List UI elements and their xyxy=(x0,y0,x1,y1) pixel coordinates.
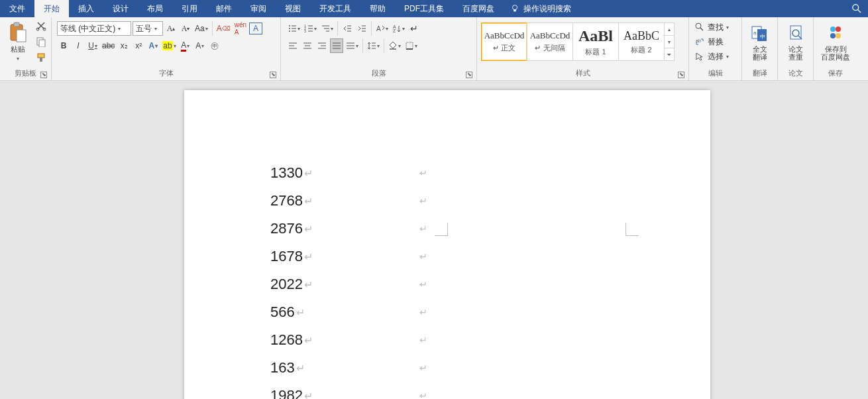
superscript-button[interactable]: x² xyxy=(132,38,145,53)
text-line[interactable]: 1268↵ xyxy=(270,326,313,354)
tab-layout[interactable]: 布局 xyxy=(138,0,172,17)
tell-me-search[interactable]: 操作说明搜索 xyxy=(504,0,578,17)
char-shading-button[interactable]: A xyxy=(193,38,207,53)
tab-insert[interactable]: 插入 xyxy=(69,0,103,17)
sort-button[interactable]: AZ xyxy=(391,21,406,36)
char-border-button[interactable]: A xyxy=(249,23,262,34)
italic-button[interactable]: I xyxy=(72,38,85,53)
tab-home[interactable]: 开始 xyxy=(34,0,69,17)
bullets-button[interactable] xyxy=(286,21,301,36)
replace-button[interactable]: ab 替换 xyxy=(693,34,725,49)
empty-line[interactable]: ↵ xyxy=(419,187,427,215)
align-center-button[interactable] xyxy=(301,38,314,53)
tab-mailings[interactable]: 邮件 xyxy=(207,0,241,17)
tab-file[interactable]: 文件 xyxy=(0,0,34,17)
tab-design[interactable]: 设计 xyxy=(103,0,138,17)
svg-text:3: 3 xyxy=(304,29,306,33)
show-marks-button[interactable]: ↵ xyxy=(407,21,421,36)
text-line[interactable]: 1330↵ xyxy=(270,159,313,187)
clear-format-button[interactable]: A⌫ xyxy=(215,21,232,36)
paper-icon xyxy=(785,23,806,44)
tab-review[interactable]: 审阅 xyxy=(241,0,276,17)
paragraph-launcher[interactable]: ⬊ xyxy=(466,72,472,78)
text-line[interactable]: 163↵ xyxy=(270,354,313,382)
subscript-button[interactable]: x₂ xyxy=(117,38,131,53)
text-line[interactable]: 1982↵ xyxy=(270,382,313,399)
font-color-button[interactable]: A xyxy=(179,38,192,53)
format-painter-button[interactable] xyxy=(34,50,48,65)
paste-button[interactable]: 粘贴 ▾ xyxy=(3,19,33,65)
style-heading1[interactable]: AaBl 标题 1 xyxy=(572,23,619,61)
text-line[interactable]: 2876↵ xyxy=(270,215,313,243)
group-paragraph: 123 A AZ ↵ xyxy=(281,17,477,80)
translate-button[interactable]: a中 全文翻译 xyxy=(745,19,775,65)
empty-line[interactable]: ↵ xyxy=(419,382,427,399)
tab-baidu[interactable]: 百度网盘 xyxy=(453,0,504,17)
style-no-spacing[interactable]: AaBbCcDd ↵ 无间隔 xyxy=(527,23,573,61)
save-baidu-button[interactable]: 保存到百度网盘 xyxy=(816,19,855,65)
paper-check-button[interactable]: 论文查重 xyxy=(781,19,810,65)
group-paper: 论文查重 论文 xyxy=(778,17,814,80)
document-area[interactable]: 1330↵2768↵2876↵1678↵2022↵566↵1268↵163↵19… xyxy=(0,81,868,399)
save-group-label: 保存 xyxy=(828,69,843,77)
empty-line[interactable]: ↵ xyxy=(419,298,427,326)
baidu-icon xyxy=(825,23,846,44)
empty-line[interactable]: ↵ xyxy=(419,326,427,354)
empty-line[interactable]: ↵ xyxy=(419,159,427,187)
text-line[interactable]: 2022↵ xyxy=(270,270,313,298)
copy-button[interactable] xyxy=(34,34,48,49)
styles-launcher[interactable]: ⬊ xyxy=(678,72,684,78)
grow-font-button[interactable]: A▴ xyxy=(164,21,178,36)
indent-increase-button[interactable] xyxy=(355,21,368,36)
font-launcher[interactable]: ⬊ xyxy=(270,72,276,78)
translate-icon: a中 xyxy=(749,23,771,44)
underline-button[interactable]: U xyxy=(86,38,99,53)
text-line[interactable]: 2768↵ xyxy=(270,187,313,215)
empty-line[interactable]: ↵ xyxy=(419,243,427,270)
style-scroll-up[interactable]: ▴ xyxy=(665,23,674,36)
shrink-font-button[interactable]: A▾ xyxy=(179,21,192,36)
align-left-button[interactable] xyxy=(286,38,299,53)
tab-view[interactable]: 视图 xyxy=(276,0,310,17)
enclose-char-button[interactable]: ㊥ xyxy=(208,38,221,53)
font-size-combo[interactable]: 五号▾ xyxy=(133,21,163,36)
numbering-button[interactable]: 123 xyxy=(303,21,318,36)
shading-button[interactable] xyxy=(387,38,402,53)
style-normal[interactable]: AaBbCcDd ↵ 正文 xyxy=(481,23,527,61)
search-icon[interactable] xyxy=(845,0,868,17)
tab-references[interactable]: 引用 xyxy=(172,0,207,17)
multilevel-button[interactable] xyxy=(319,21,335,36)
align-right-button[interactable] xyxy=(315,38,329,53)
text-effects-button[interactable]: A xyxy=(146,38,160,53)
empty-line[interactable]: ↵ xyxy=(419,270,427,298)
tab-help[interactable]: 帮助 xyxy=(360,0,395,17)
empty-line[interactable]: ↵ xyxy=(419,354,427,382)
empty-line[interactable]: ↵ xyxy=(419,215,427,243)
phonetic-guide-button[interactable]: wénA xyxy=(233,21,248,36)
tab-developer[interactable]: 开发工具 xyxy=(310,0,360,17)
highlight-button[interactable]: ab xyxy=(161,38,177,53)
style-scroll-down[interactable]: ▾ xyxy=(665,36,674,48)
styles-group-label: 样式 xyxy=(576,69,590,77)
style-heading2[interactable]: AaBbC 标题 2 xyxy=(618,23,665,61)
clipboard-launcher[interactable]: ⬊ xyxy=(40,72,47,78)
tab-pdf-tools[interactable]: PDF工具集 xyxy=(395,0,453,17)
line-spacing-button[interactable] xyxy=(366,38,381,53)
indent-decrease-button[interactable] xyxy=(341,21,354,36)
font-name-combo[interactable]: 等线 (中文正文)▾ xyxy=(57,21,131,36)
text-line[interactable]: 1678↵ xyxy=(270,243,313,270)
select-button[interactable]: 选择 xyxy=(693,49,730,64)
cut-button[interactable] xyxy=(34,19,48,33)
borders-button[interactable] xyxy=(404,38,419,53)
find-button[interactable]: 查找 xyxy=(693,20,730,34)
bold-button[interactable]: B xyxy=(57,38,70,53)
align-distribute-button[interactable] xyxy=(345,38,360,53)
page[interactable]: 1330↵2768↵2876↵1678↵2022↵566↵1268↵163↵19… xyxy=(184,90,710,399)
change-case-button[interactable]: Aa xyxy=(193,21,209,36)
strike-button[interactable]: abc xyxy=(101,38,116,53)
align-justify-button[interactable] xyxy=(330,38,343,53)
svg-text:中: 中 xyxy=(760,34,765,40)
text-line[interactable]: 566↵ xyxy=(270,298,313,326)
text-direction-button[interactable]: A xyxy=(374,21,390,36)
style-expand[interactable]: ⏷ xyxy=(665,48,674,60)
